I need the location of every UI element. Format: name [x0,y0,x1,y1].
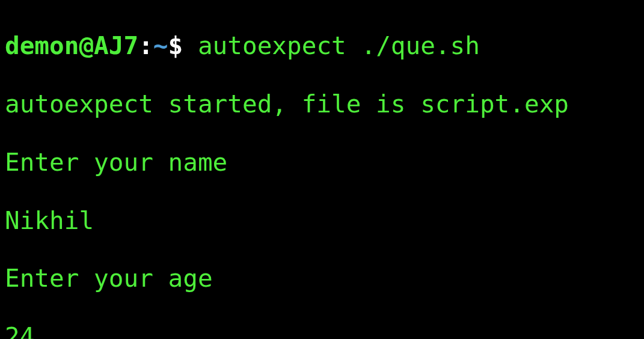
colon: : [138,31,153,60]
output-line: 24 [5,322,639,339]
user-host: demon@AJ7 [5,31,138,60]
terminal[interactable]: demon@AJ7:~$ autoexpect ./que.sh autoexp… [5,2,639,339]
path: ~ [153,31,168,60]
command-text: autoexpect ./que.sh [198,31,480,60]
output-line: autoexpect started, file is script.exp [5,90,639,118]
output-line: Enter your name [5,148,639,177]
prompt-line-1: demon@AJ7:~$ autoexpect ./que.sh [5,31,639,60]
output-line: Nikhil [5,206,639,235]
output-line: Enter your age [5,264,639,293]
dollar-sign: $ [168,31,198,60]
